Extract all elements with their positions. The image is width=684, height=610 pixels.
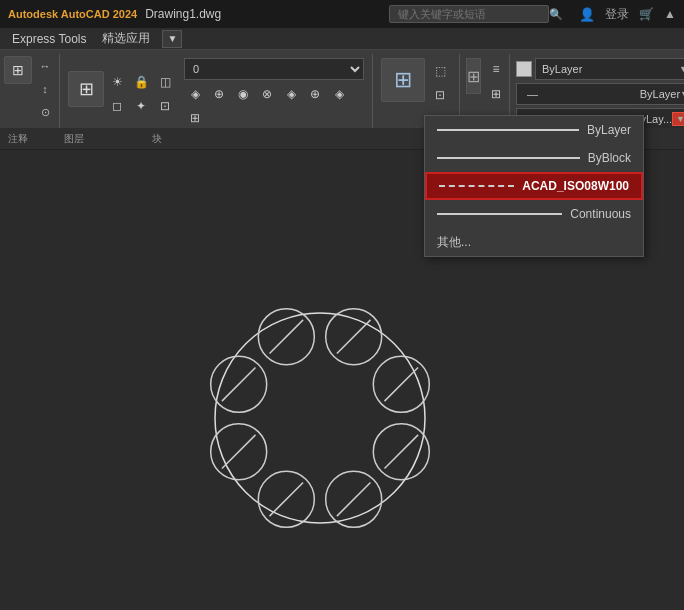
linetype-dropdown-arrow: ▼ xyxy=(680,89,684,99)
layer-sm-4[interactable]: ⊗ xyxy=(256,83,278,105)
title-bar: Autodesk AutoCAD 2024 Drawing1.dwg 🔍 👤 登… xyxy=(0,0,684,28)
layer-tool-main[interactable]: ⊞ xyxy=(68,71,104,107)
acad-line-preview xyxy=(439,185,514,187)
layer-icon-5[interactable]: ✦ xyxy=(130,95,152,117)
layer-lock-icon[interactable]: 🔒 xyxy=(130,71,152,93)
continuous-line-preview xyxy=(437,213,562,215)
search-container: 🔍 xyxy=(389,5,569,23)
search-input[interactable] xyxy=(389,5,549,23)
byblock-line-preview xyxy=(437,157,580,159)
layer-sm-1[interactable]: ◈ xyxy=(184,83,206,105)
dropdown-item-acad-iso[interactable]: ACAD_ISO08W100 xyxy=(425,172,643,200)
byblock-item-label: ByBlock xyxy=(588,151,631,165)
ann-icon-1[interactable]: ↔ xyxy=(35,56,55,76)
layer-icon-6[interactable]: ⊡ xyxy=(154,95,176,117)
insert-sm-1[interactable]: ⬚ xyxy=(429,60,451,82)
layer-sm-8[interactable]: ⊞ xyxy=(184,107,206,129)
bylayer-line-preview xyxy=(437,129,579,131)
other-item-label: 其他... xyxy=(437,234,471,251)
cart-icon[interactable]: 🛒 xyxy=(639,7,654,21)
section-label-annotation: 注释 xyxy=(0,132,56,146)
menu-item-featured[interactable]: 精选应用 xyxy=(94,28,158,49)
ann-icon-2[interactable]: ↕ xyxy=(35,79,55,99)
dropdown-item-other[interactable]: 其他... xyxy=(425,228,643,256)
layer-sm-7[interactable]: ◈ xyxy=(328,83,350,105)
bylayer-item-label: ByLayer xyxy=(587,123,631,137)
layer-sm-6[interactable]: ⊕ xyxy=(304,83,326,105)
color-swatch xyxy=(516,61,532,77)
file-title: Drawing1.dwg xyxy=(145,7,221,21)
layer-icon-4[interactable]: ◻ xyxy=(106,95,128,117)
color-dropdown-arrow: ▼ xyxy=(679,64,684,74)
prop-sm-2[interactable]: ⊞ xyxy=(485,83,507,105)
insert-btn[interactable]: ⊞ xyxy=(381,58,425,102)
menu-item-express-tools[interactable]: Express Tools xyxy=(4,30,94,48)
properties-btn-1[interactable]: ⊞ xyxy=(466,58,481,94)
linetype-bylayer-label: ByLayer xyxy=(640,88,680,100)
layer-sun-icon[interactable]: ☀ xyxy=(106,71,128,93)
layer-sm-3[interactable]: ◉ xyxy=(232,83,254,105)
linetype-bylayer-dropdown[interactable]: ― ByLayer ▼ xyxy=(516,83,684,105)
color-bylayer-label: ByLayer xyxy=(542,63,582,75)
dropdown-item-bylayer[interactable]: ByLayer xyxy=(425,116,643,144)
search-icon: 🔍 xyxy=(549,8,563,21)
dropdown-item-byblock[interactable]: ByBlock xyxy=(425,144,643,172)
color-bylayer-dropdown[interactable]: ByLayer ▼ xyxy=(535,58,684,80)
annotation-tool-1[interactable]: ⊞ xyxy=(4,56,32,84)
insert-sm-2[interactable]: ⊡ xyxy=(429,84,451,106)
layer-icon-3[interactable]: ◫ xyxy=(154,71,176,93)
layer-dropdown[interactable]: 0 xyxy=(184,58,364,80)
menu-icon[interactable]: ▲ xyxy=(664,7,676,21)
lineweight-dropdown-arrow: ▼ xyxy=(672,112,684,126)
section-label-insert: 块 xyxy=(144,132,190,146)
login-label[interactable]: 登录 xyxy=(605,6,629,23)
prop-sm-1[interactable]: ≡ xyxy=(485,58,507,80)
section-label-layer: 图层 xyxy=(56,132,144,146)
ann-icon-3[interactable]: ⊙ xyxy=(35,102,55,122)
continuous-item-label: Continuous xyxy=(570,207,631,221)
menu-bar: Express Tools 精选应用 ▼ xyxy=(0,28,684,50)
linetype-dropdown-menu: ByLayer ByBlock ACAD_ISO08W100 Continuou… xyxy=(424,115,644,257)
acad-iso-item-label: ACAD_ISO08W100 xyxy=(522,179,629,193)
user-icon[interactable]: 👤 xyxy=(579,7,595,22)
layer-sm-2[interactable]: ⊕ xyxy=(208,83,230,105)
layer-sm-5[interactable]: ◈ xyxy=(280,83,302,105)
app-logo: Autodesk AutoCAD 2024 xyxy=(8,8,137,20)
dropdown-item-continuous[interactable]: Continuous xyxy=(425,200,643,228)
menu-dropdown-btn[interactable]: ▼ xyxy=(162,30,182,48)
